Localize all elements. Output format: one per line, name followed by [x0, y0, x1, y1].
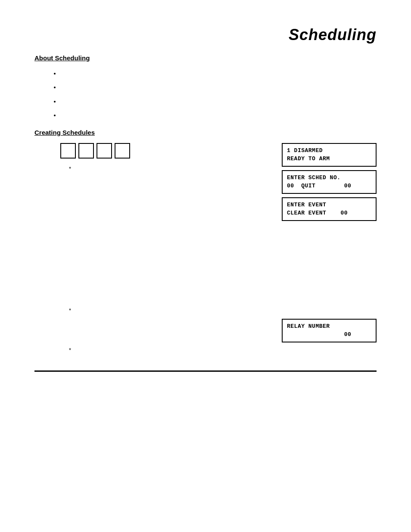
list-item — [60, 110, 377, 120]
keypad-box-1 — [60, 143, 76, 159]
list-item — [60, 96, 377, 106]
asterisk-symbol-1: * — [69, 165, 71, 172]
bottom-rule — [34, 370, 377, 372]
lower-right: RELAY NUMBER 00 — [282, 319, 377, 342]
lower-content-with-display: RELAY NUMBER 00 — [34, 319, 377, 342]
keypad-boxes — [60, 143, 265, 159]
left-content: * — [34, 143, 265, 177]
right-displays: 1 DISARMED READY TO ARM ENTER SCHED NO. … — [282, 143, 377, 221]
creating-section: Creating Schedules — [34, 129, 377, 136]
status-line2: READY TO ARM — [287, 155, 371, 163]
page-title: Scheduling — [34, 26, 377, 44]
asterisk-note-2: * — [69, 307, 377, 314]
about-section: About Scheduling — [34, 54, 377, 120]
keypad-box-4 — [115, 143, 130, 159]
relay-line2: 00 — [287, 330, 371, 339]
asterisk-symbol-3: * — [69, 347, 71, 353]
sched-line1: ENTER SCHED NO. — [287, 174, 371, 182]
bullet-list — [34, 68, 377, 120]
list-item — [60, 68, 377, 78]
sched-line2: 00 QUIT 00 — [287, 182, 371, 190]
status-line1: 1 DISARMED — [287, 146, 371, 155]
asterisk-note-3: * — [69, 347, 377, 353]
relay-display: RELAY NUMBER 00 — [282, 319, 377, 342]
asterisk-symbol-2: * — [69, 307, 71, 314]
event-display: ENTER EVENT CLEAR EVENT 00 — [282, 197, 377, 221]
creating-heading: Creating Schedules — [34, 129, 377, 136]
relay-line1: RELAY NUMBER — [287, 322, 371, 331]
keypad-box-3 — [97, 143, 112, 159]
event-line2: CLEAR EVENT 00 — [287, 209, 371, 218]
list-item — [60, 82, 377, 92]
status-display: 1 DISARMED READY TO ARM — [282, 143, 377, 167]
page-container: Scheduling About Scheduling Creating Sch… — [0, 0, 411, 532]
about-heading: About Scheduling — [34, 54, 377, 62]
sched-display: ENTER SCHED NO. 00 QUIT 00 — [282, 170, 377, 194]
lower-section: * RELAY NUMBER 00 * — [34, 307, 377, 353]
keypad-box-2 — [78, 143, 94, 159]
event-line1: ENTER EVENT — [287, 201, 371, 209]
asterisk-note-1: * — [69, 165, 265, 172]
content-with-displays: * 1 DISARMED READY TO ARM ENTER SCHED NO… — [34, 143, 377, 221]
